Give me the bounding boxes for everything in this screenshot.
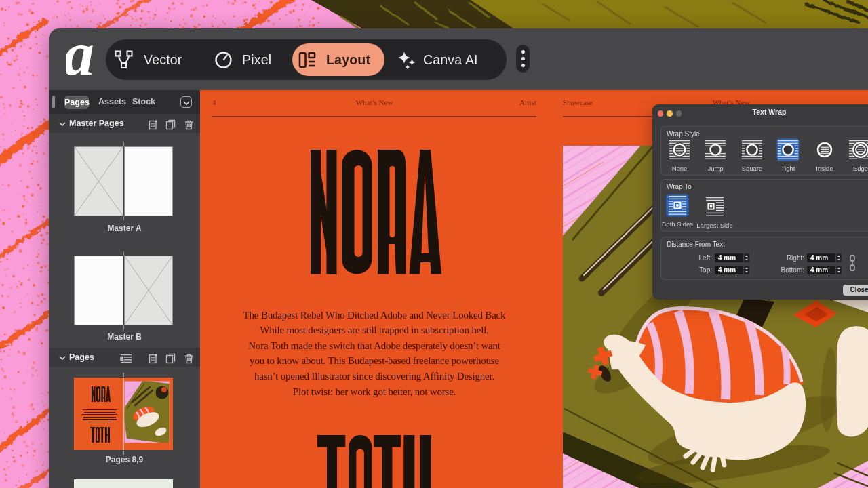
svg-text:a: a: [66, 42, 94, 76]
